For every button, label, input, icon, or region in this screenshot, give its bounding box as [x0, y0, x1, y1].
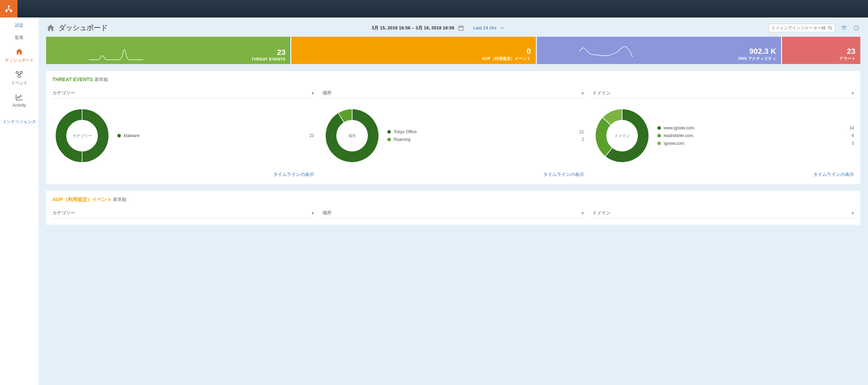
legend-dot	[387, 138, 391, 141]
svg-rect-2	[10, 10, 12, 12]
legend-label: Tokyo Office	[394, 129, 417, 134]
dropdown-toggle[interactable]: ▾	[312, 211, 314, 216]
panel-title-hi: THREAT EVENTS	[52, 77, 93, 82]
panel-title-hi: AUP（利用規定）イベント	[52, 197, 112, 202]
tile-value: 0	[527, 47, 531, 56]
help-button[interactable]: ?	[853, 24, 860, 32]
chart-head: ドメイン	[592, 210, 611, 216]
dropdown-toggle[interactable]: ▾	[582, 91, 584, 96]
sidebar-item-label: ダッシュボード	[5, 58, 34, 63]
donut-chart-domain: ドメイン	[592, 106, 652, 165]
home-icon	[14, 48, 24, 56]
dropdown-toggle[interactable]: ▾	[312, 91, 314, 96]
legend-dot	[387, 130, 391, 134]
threat-events-panel: THREAT EVENTS 基準順 カテゴリー ▾ カテゴリー Malware2…	[46, 71, 860, 184]
tile-value: 23	[277, 48, 285, 57]
dropdown-toggle[interactable]: ▾	[852, 211, 854, 216]
tile-label: アラート	[839, 56, 855, 61]
donut-center-label: カテゴリー	[52, 106, 112, 165]
donut-center-label: ドメイン	[592, 106, 652, 165]
svg-rect-1	[6, 10, 8, 12]
sparkline-icon	[540, 45, 674, 61]
dropdown-toggle[interactable]: ▾	[852, 91, 854, 96]
tile-label: AUP（利用規定）イベント	[482, 56, 531, 61]
summary-tiles: 23 THREAT EVENTS 0 AUP（利用規定）イベント 902.3 K…	[46, 37, 860, 64]
legend-item[interactable]: Roaming2	[387, 136, 584, 143]
legend-dot	[117, 134, 121, 137]
events-icon: !	[14, 70, 24, 79]
legend-label: Malware	[124, 133, 139, 138]
tile-alerts[interactable]: 23 アラート	[782, 37, 860, 64]
tile-label: THREAT EVENTS	[251, 57, 285, 61]
panel-title: THREAT EVENTS 基準順	[52, 77, 854, 83]
tile-dns-activity[interactable]: 902.3 K DNS アクティビティ	[537, 37, 781, 64]
legend-label: www.igoww.com.	[664, 126, 695, 130]
svg-text:!: !	[19, 75, 20, 78]
home-icon	[46, 23, 55, 33]
chart-head: 場所	[322, 210, 331, 216]
chart-head: カテゴリー	[52, 90, 75, 96]
main-content: ダッシュボード 3月 15, 2018 16:56 – 3月 16, 2018 …	[38, 17, 868, 385]
legend-item[interactable]: Tokyo Office21	[387, 128, 584, 136]
legend-dot	[657, 126, 661, 130]
page-title-text: ダッシュボード	[59, 23, 108, 33]
svg-point-8	[829, 26, 831, 29]
sidebar-link-intelligence[interactable]: インテリジェンス	[0, 116, 38, 128]
legend-value: 2	[582, 137, 584, 142]
chart-card-category: カテゴリー ▾ カテゴリー Malware23 タイムラインの表示	[52, 90, 314, 178]
svg-rect-0	[8, 6, 10, 7]
donut-center-label: 場所	[322, 106, 382, 165]
chevron-down-icon	[500, 26, 505, 30]
refresh-icon	[841, 25, 847, 31]
legend-item[interactable]: igoww.com.3	[657, 140, 854, 147]
sidebar-item-label: Activity	[13, 103, 26, 108]
sparkline-icon	[49, 45, 183, 61]
page-header: ダッシュボード 3月 15, 2018 16:56 – 3月 16, 2018 …	[43, 17, 863, 37]
activity-icon	[14, 93, 24, 101]
donut-chart-location: 場所	[322, 106, 382, 165]
tile-value: 902.3 K	[749, 47, 776, 56]
legend-label: leadnibbler.com.	[664, 133, 694, 138]
tile-aup-events[interactable]: 0 AUP（利用規定）イベント	[291, 37, 535, 64]
sitemap-icon	[5, 5, 13, 13]
date-range-text: 3月 15, 2018 16:56 – 3月 16, 2018 16:56	[372, 25, 454, 31]
legend-dot	[657, 142, 661, 145]
page-title: ダッシュボード	[46, 23, 108, 33]
sidebar: 設定 監視 ダッシュボード ! イベント Activity インテリジェンス	[0, 17, 38, 385]
refresh-button[interactable]	[840, 24, 848, 32]
sidebar-item-activity[interactable]: Activity	[0, 90, 38, 111]
sidebar-link-settings[interactable]: 設定	[0, 20, 38, 31]
date-range: 3月 15, 2018 16:56 – 3月 16, 2018 16:56 La…	[372, 25, 505, 31]
timeline-link[interactable]: タイムラインの表示	[592, 171, 854, 178]
chart-legend: www.igoww.com.14leadnibbler.com.6igoww.c…	[657, 124, 854, 147]
legend-item[interactable]: leadnibbler.com.6	[657, 132, 854, 140]
tile-value: 23	[847, 47, 855, 56]
help-icon: ?	[853, 25, 860, 31]
search-input[interactable]	[771, 26, 826, 30]
timeline-link[interactable]: タイムラインの表示	[322, 171, 584, 178]
chart-head: カテゴリー	[52, 210, 75, 216]
legend-value: 6	[852, 133, 854, 138]
chart-card-location: 場所 ▾ 場所 Tokyo Office21Roaming2 タイムラインの表示	[322, 90, 584, 178]
brand-logo[interactable]	[0, 0, 17, 17]
chart-head: ドメイン	[592, 90, 611, 96]
timeline-link[interactable]: タイムラインの表示	[52, 171, 314, 178]
dropdown-toggle[interactable]: ▾	[582, 211, 584, 216]
chart-card-location-aup: 場所 ▾	[322, 210, 584, 219]
sidebar-item-monitor[interactable]: 監視	[0, 31, 38, 44]
indicator-search[interactable]	[769, 24, 835, 32]
sidebar-item-events[interactable]: ! イベント	[0, 67, 38, 90]
panel-title-sub: 基準順	[94, 77, 108, 82]
calendar-icon[interactable]	[458, 25, 464, 31]
panel-title: AUP（利用規定）イベント 基準順	[52, 197, 854, 203]
tile-threat-events[interactable]: 23 THREAT EVENTS	[46, 37, 290, 64]
legend-value: 14	[849, 126, 854, 130]
legend-item[interactable]: Malware23	[117, 132, 314, 140]
quick-range-selector[interactable]: Last 24 Hrs	[473, 25, 505, 30]
sidebar-item-label: イベント	[11, 80, 28, 85]
aup-events-panel: AUP（利用規定）イベント 基準順 カテゴリー ▾ 場所 ▾	[46, 191, 860, 225]
legend-item[interactable]: www.igoww.com.14	[657, 124, 854, 132]
chart-head: 場所	[322, 90, 331, 96]
sidebar-item-dashboard[interactable]: ダッシュボード	[0, 44, 38, 67]
svg-rect-7	[459, 26, 464, 30]
